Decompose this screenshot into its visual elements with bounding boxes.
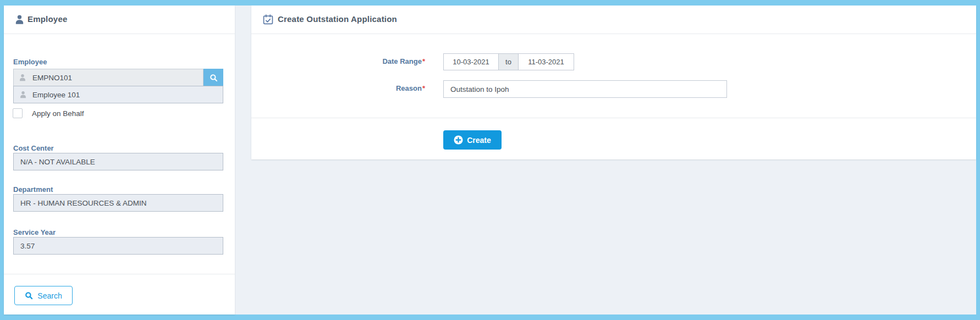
page-title: Create Outstation Application (278, 14, 397, 24)
main-header: Create Outstation Application (251, 5, 976, 34)
service-year-field: 3.57 (13, 237, 223, 255)
calendar-check-icon (263, 14, 273, 25)
form-divider (251, 118, 976, 118)
person-icon (19, 91, 27, 98)
date-range-separator: to (498, 53, 519, 70)
apply-on-behalf-label: Apply on Behalf (32, 109, 84, 118)
sidebar-divider (4, 274, 235, 274)
employee-number-wrap (13, 69, 203, 86)
page: Employee Employee (0, 0, 980, 320)
service-year-value: 3.57 (14, 242, 35, 250)
reason-input[interactable] (443, 80, 727, 98)
plus-circle-icon (454, 135, 463, 145)
department-field: HR - HUMAN RESOURCES & ADMIN (13, 194, 223, 212)
sidebar-header: Employee (4, 5, 235, 34)
reason-label: Reason* (251, 84, 425, 92)
date-start-input[interactable] (443, 53, 499, 70)
search-button-label: Search (37, 291, 62, 300)
employee-search-panel: Employee Employee (4, 5, 235, 315)
cost-center-value: N/A - NOT AVAILABLE (14, 158, 95, 166)
employee-name-value: Employee 101 (27, 91, 80, 99)
employee-search-button[interactable] (203, 69, 223, 86)
employee-label: Employee (13, 58, 47, 66)
employee-name-field: Employee 101 (13, 86, 223, 103)
employee-lookup-group (13, 69, 223, 86)
person-icon (14, 14, 25, 25)
date-end-input[interactable] (518, 53, 574, 70)
content-area: Employee Employee (4, 5, 976, 315)
sidebar-title: Employee (27, 14, 67, 24)
employee-number-input[interactable] (13, 69, 203, 86)
create-button[interactable]: Create (443, 130, 502, 150)
required-asterisk: * (422, 57, 425, 65)
date-range-label: Date Range* (251, 57, 425, 65)
search-button[interactable]: Search (14, 286, 73, 305)
date-range-group: to (443, 53, 574, 70)
create-button-label: Create (467, 136, 491, 145)
cost-center-label: Cost Center (13, 144, 54, 152)
department-label: Department (13, 185, 53, 194)
required-asterisk: * (422, 84, 425, 92)
create-outstation-panel: Create Outstation Application Date Range… (251, 5, 976, 159)
service-year-label: Service Year (13, 228, 56, 236)
person-icon (19, 74, 26, 81)
department-value: HR - HUMAN RESOURCES & ADMIN (14, 199, 147, 207)
cost-center-field: N/A - NOT AVAILABLE (13, 153, 223, 170)
search-icon (210, 74, 218, 82)
apply-on-behalf-checkbox[interactable] (13, 108, 23, 118)
search-icon (25, 291, 33, 300)
